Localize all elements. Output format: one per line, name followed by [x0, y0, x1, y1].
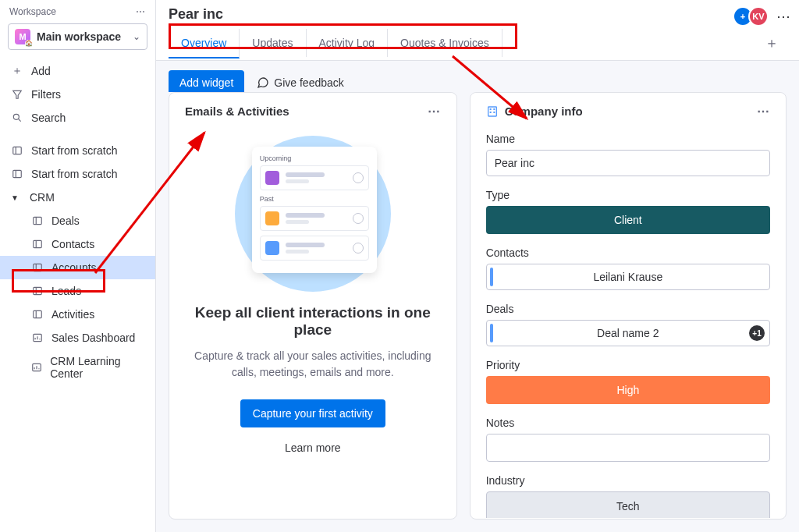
field-label: Type [486, 189, 770, 201]
field-priority: Priority High [486, 359, 770, 404]
card-header: Emails & Activities ⋯ [169, 93, 456, 126]
workspace-label: Workspace [9, 6, 56, 17]
empty-state-text: Capture & track all your sales activitie… [193, 348, 433, 381]
name-input[interactable] [486, 150, 770, 176]
company-info-card: Company info ⋯ Name Type Client Contacts… [470, 92, 787, 520]
card-menu-icon[interactable]: ⋯ [757, 104, 770, 119]
deals-more-badge: +1 [749, 325, 765, 341]
notes-input[interactable] [486, 434, 770, 462]
sidebar-crm-contacts[interactable]: Contacts [0, 232, 155, 256]
illu-past-label: Past [260, 195, 369, 203]
sidebar-crm-activities[interactable]: Activities [0, 303, 155, 326]
sidebar-crm-learning[interactable]: CRM Learning Center [0, 349, 155, 385]
sidebar-board-scratch2[interactable]: Start from scratch [0, 162, 155, 186]
industry-pill[interactable]: Tech [486, 491, 770, 518]
page-menu-icon[interactable]: ⋯ [776, 8, 791, 25]
workspace-menu-icon[interactable]: ⋯ [136, 6, 146, 17]
illu-upcoming-label: Upcoming [260, 154, 369, 162]
sidebar-crm-item-label: Activities [51, 308, 94, 321]
tab-activity-log[interactable]: Activity Log [307, 29, 389, 57]
sidebar-add[interactable]: ＋ Add [0, 59, 155, 83]
board-icon [31, 238, 44, 250]
sidebar-crm-item-label: Sales Dashboard [51, 332, 135, 344]
add-tab-icon[interactable]: ＋ [757, 26, 787, 60]
type-pill[interactable]: Client [486, 206, 770, 234]
svg-rect-26 [489, 108, 491, 110]
field-label: Industry [486, 474, 770, 487]
field-label: Notes [486, 417, 770, 429]
sidebar-crm-dashboard[interactable]: Sales Dashboard [0, 326, 155, 349]
priority-pill[interactable]: High [486, 376, 770, 404]
sidebar-crm-label: CRM [30, 191, 55, 204]
field-contacts: Contacts Leilani Krause [486, 246, 770, 290]
sidebar-crm-item-label: Deals [51, 215, 80, 227]
sidebar: Workspace ⋯ M Main workspace ⌄ ＋ Add Fil… [0, 0, 156, 532]
page-title: Pear inc [156, 0, 799, 26]
board-icon [31, 215, 44, 227]
workspace-name: Main workspace [37, 30, 133, 43]
search-icon [11, 112, 23, 124]
svg-rect-9 [34, 240, 42, 247]
sidebar-crm-folder[interactable]: ▼ CRM [0, 186, 155, 209]
content-area: Emails & Activities ⋯ Upcoming Past Keep… [156, 92, 799, 532]
field-notes: Notes [486, 417, 770, 462]
svg-rect-29 [493, 112, 495, 113]
board-icon [11, 168, 23, 180]
field-industry: Industry Tech [486, 474, 770, 518]
avatar-stack[interactable]: + KV [737, 6, 769, 27]
sidebar-add-label: Add [31, 65, 51, 77]
learn-more-link[interactable]: Learn more [193, 442, 433, 454]
svg-rect-5 [13, 170, 22, 177]
feedback-icon [257, 76, 269, 89]
sidebar-board-label: Start from scratch [31, 168, 117, 180]
svg-rect-27 [493, 108, 495, 110]
sidebar-board-label: Start from scratch [31, 144, 117, 157]
svg-rect-11 [34, 264, 42, 271]
workspace-selector[interactable]: M Main workspace ⌄ [8, 23, 147, 50]
card-menu-icon[interactable]: ⋯ [428, 104, 441, 119]
field-type: Type Client [486, 189, 770, 234]
filter-icon [11, 88, 23, 101]
give-feedback-link[interactable]: Give feedback [257, 76, 344, 89]
caret-down-icon: ▼ [11, 193, 19, 202]
card-header: Company info ⋯ [471, 93, 786, 126]
tab-quotes-invoices[interactable]: Quotes & Invoices [388, 29, 502, 57]
main-header: Pear inc + KV ⋯ Overview Updates Activit… [156, 0, 799, 105]
sidebar-crm-leads[interactable]: Leads [0, 279, 155, 303]
sidebar-board-scratch1[interactable]: Start from scratch [0, 139, 155, 162]
tabs-bar: Overview Updates Activity Log Quotes & I… [156, 26, 799, 61]
tab-updates[interactable]: Updates [240, 29, 306, 57]
header-right: + KV ⋯ [737, 6, 791, 27]
svg-rect-13 [34, 287, 42, 294]
tab-overview[interactable]: Overview [169, 29, 240, 59]
field-name: Name [486, 133, 770, 176]
emails-activities-card: Emails & Activities ⋯ Upcoming Past Keep… [169, 92, 457, 520]
dashboard-icon [31, 332, 44, 344]
sidebar-filters[interactable]: Filters [0, 83, 155, 106]
card-title: Company info [486, 105, 583, 118]
empty-state-illustration: Upcoming Past [235, 136, 391, 292]
company-info-body: Name Type Client Contacts Leilani Krause… [471, 126, 786, 518]
field-label: Contacts [486, 246, 770, 259]
contacts-chip[interactable]: Leilani Krause [486, 264, 770, 290]
field-label: Priority [486, 359, 770, 371]
sidebar-crm-item-label: CRM Learning Center [50, 355, 144, 380]
building-icon [486, 105, 499, 118]
field-label: Deals [486, 303, 770, 315]
sidebar-crm-accounts[interactable]: Accounts [0, 256, 155, 279]
empty-state-heading: Keep all client interactions in one plac… [193, 304, 433, 339]
svg-point-1 [13, 114, 19, 119]
svg-rect-7 [34, 217, 42, 224]
svg-rect-3 [13, 147, 22, 154]
avatar: KV [748, 6, 769, 27]
contacts-value: Leilani Krause [593, 271, 662, 283]
sidebar-crm-deals[interactable]: Deals [0, 209, 155, 232]
card-title: Emails & Activities [185, 105, 289, 118]
deals-chip[interactable]: Deal name 2 +1 [486, 320, 770, 346]
deals-value: Deal name 2 [597, 327, 659, 339]
capture-activity-button[interactable]: Capture your first activity [240, 399, 385, 427]
sidebar-search-label: Search [31, 112, 66, 124]
sidebar-search[interactable]: Search [0, 106, 155, 129]
svg-marker-0 [13, 90, 22, 98]
sidebar-crm-item-label: Accounts [51, 261, 97, 274]
